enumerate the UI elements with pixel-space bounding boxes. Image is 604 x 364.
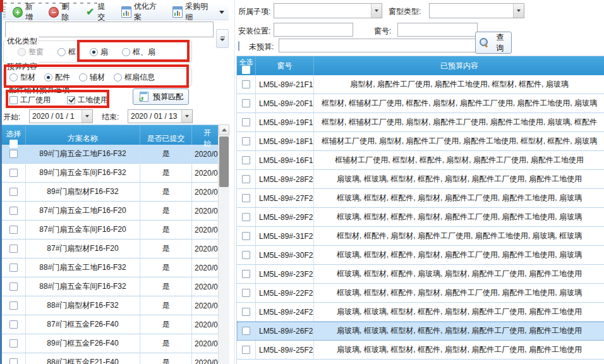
row-checkbox[interactable] [9,226,18,234]
budget-row[interactable]: LM5L-89#-16F15框辅材工厂使用, 框型材, 框配件, 扇型材, 扇配… [237,151,604,170]
row-checkbox[interactable] [9,358,18,364]
radio-icon[interactable] [90,48,98,56]
select-all-windows-checkbox[interactable] [242,66,250,74]
row-checkbox[interactable] [9,169,18,177]
radio-icon[interactable] [9,73,18,82]
checkbox-icon[interactable] [9,96,18,104]
install-position-input[interactable] [274,23,353,37]
plan-row[interactable]: 87#门扇型材F16-F20是2020/0 [2,240,218,258]
budget-row[interactable]: LM5L-89#-31F29框型材, 框配件, 扇型材, 扇配件工厂使用, 扇配… [237,227,604,246]
budget-row[interactable]: LM5L-89#-18F16框辅材工厂使用, 扇型材, 扇配件工厂使用, 扇配件… [237,132,604,151]
budget-row[interactable]: LM5L-89#-21F19扇型材, 扇配件工厂使用, 扇配件工地使用, 框型材… [237,75,604,94]
toolbar-overflow-button[interactable] [216,29,229,48]
row-checkbox[interactable] [242,327,250,335]
optimize-type-option-2[interactable]: 框 [57,47,76,58]
row-checkbox[interactable] [242,137,250,145]
toolbar-grip[interactable] [3,6,6,18]
plan-row[interactable]: 89#门框五金F26-F40是2020/0 [2,334,218,353]
toolbar-button-2[interactable]: −删除 [44,0,80,24]
row-checkbox[interactable] [9,207,18,215]
radio-icon[interactable] [122,48,130,56]
plans-table-scrollbar[interactable] [218,124,229,364]
row-checkbox[interactable] [9,245,18,253]
accessory-checkboxes: 工厂使用工地使用 [9,94,130,106]
toolbar-button-5[interactable]: 采购明细 [168,0,229,24]
optimize-type-option-4[interactable]: 框、扇 [122,47,155,58]
select-all-plans-checkbox[interactable] [9,140,18,148]
row-checkbox[interactable] [242,232,250,240]
row-checkbox[interactable] [242,213,250,221]
row-checkbox[interactable] [9,320,18,329]
budget-content-option-3[interactable]: 辅材 [79,72,105,83]
row-checkbox[interactable] [9,339,18,348]
checkbox-icon[interactable] [67,96,75,104]
plan-filter-input[interactable] [5,21,214,37]
row-checkbox[interactable] [242,156,250,164]
unbudgeted-checkbox[interactable] [238,41,239,51]
row-checkbox[interactable] [242,289,250,297]
query-button[interactable]: 查询 [475,32,512,54]
budget-row[interactable]: LM5L-89#-19F17框型材, 框辅材工厂使用, 扇型材, 扇配件工厂使用… [237,113,604,132]
row-checkbox[interactable] [9,264,18,272]
scroll-up-button[interactable] [219,124,229,135]
radio-icon[interactable] [57,48,66,56]
radio-icon[interactable] [44,73,52,82]
budget-row[interactable]: LM5L-89#-28F26扇玻璃, 框玻璃, 框型材, 框配件, 扇型材, 扇… [237,170,604,189]
budget-row[interactable]: LM5L-89#-27F25框玻璃, 框型材, 框配件, 扇型材, 扇配件工厂使… [237,189,604,208]
window-type-dropdown-icon[interactable] [513,4,524,18]
budget-content-option-1[interactable]: 型材 [9,72,35,83]
row-checkbox[interactable] [9,150,18,158]
budget-row[interactable]: LM5L-89#-23F21框玻璃, 框型材, 框配件, 扇玻璃, 扇型材, 扇… [237,265,604,284]
budget-row[interactable]: LM5L-89#-20F18框型材, 框辅材工厂使用, 框配件, 扇型材, 扇配… [237,94,604,113]
end-date-dropdown-icon[interactable] [181,110,192,123]
budget-match-button[interactable]: ↺ 预算匹配 [133,88,189,105]
budget-row[interactable]: LM5L-89#-24F22扇玻璃, 框玻璃, 框型材, 框配件, 扇型材, 扇… [237,303,604,322]
row-checkbox[interactable] [9,282,18,291]
budget-content-option-2[interactable]: 配件 [44,72,70,83]
row-checkbox[interactable] [242,118,250,126]
budget-row[interactable]: LM5L-89#-25F23扇玻璃, 框玻璃, 框型材, 框配件, 扇型材, 扇… [237,341,604,360]
row-checkbox[interactable] [242,175,250,183]
start-date-dropdown-icon[interactable] [82,110,92,123]
row-checkbox[interactable] [242,346,250,354]
plan-row[interactable]: 88#门扇五金工地F16-F32是2020/0 [2,258,218,277]
radio-icon[interactable] [114,73,122,82]
row-checkbox[interactable] [9,188,18,196]
row-checkbox[interactable] [242,80,250,88]
plan-row[interactable]: 87#门扇五金工地F16-F20是2020/0 [2,202,218,221]
row-checkbox[interactable] [242,251,250,259]
toolbar-button-3[interactable]: ✔提交 [81,0,117,24]
window-no-input[interactable] [397,23,478,37]
row-checkbox[interactable] [242,99,250,107]
toolbar-button-1[interactable]: +新增 [8,0,44,24]
plan-row[interactable]: 89#门扇五金车间F16-F32是2020/0 [2,164,218,183]
sub-item-combobox[interactable] [274,3,382,18]
row-checkbox[interactable] [242,308,250,316]
accessory-usage-option-1[interactable]: 工厂使用 [9,95,51,106]
budget-row[interactable]: LM5L-89#-29F27框玻璃, 框型材, 框配件, 扇型材, 扇配件工厂使… [237,208,604,227]
end-date-picker[interactable]: 2020 / 01 / 13 [128,109,193,123]
radio-icon[interactable] [79,73,87,82]
row-checkbox[interactable] [242,194,250,202]
toolbar-button-4[interactable]: 优化方案 [117,0,168,24]
plan-row[interactable]: 88#门框五金F21-F40是2020/0 [2,353,218,364]
accessory-usage-option-2[interactable]: 工地使用 [67,95,108,106]
plan-row[interactable]: 89#门扇型材F16-F32是2020/0 [2,183,218,202]
row-checkbox[interactable] [242,270,250,278]
plan-row[interactable]: 89#门扇五金工地F16-F32是2020/0 [2,145,218,164]
unbudgeted-input[interactable] [279,39,491,52]
plan-row[interactable]: 87#门扇五金车间F16-F20是2020/0 [2,221,218,240]
row-checkbox[interactable] [9,301,18,310]
plan-row[interactable]: 88#门扇五金车间F16-F32是2020/0 [2,277,218,296]
budget-row[interactable]: LM5L-89#-26F24扇玻璃, 框玻璃, 框型材, 框配件, 扇型材, 扇… [237,322,604,341]
optimize-type-option-3[interactable]: 扇 [90,47,108,58]
start-date-picker[interactable]: 2020 / 01 / 1 [29,109,93,123]
budget-row[interactable]: LM5L-89#-30F28框玻璃, 框型材, 框配件, 扇型材, 扇配件工厂使… [237,246,604,265]
budget-row[interactable]: LM5L-89#-22F20框玻璃, 框型材, 框配件, 扇型材, 扇配件工厂使… [237,284,604,303]
window-type-combobox[interactable] [429,3,524,18]
scrollbar-thumb[interactable] [219,136,229,187]
plan-row[interactable]: 87#门框五金F26-F40是2020/0 [2,315,218,334]
plan-row[interactable]: 88#门扇型材F16-F32是2020/0 [2,296,218,315]
budget-content-option-4[interactable]: 框扇信息 [114,72,155,83]
sub-item-dropdown-icon[interactable] [371,4,382,18]
